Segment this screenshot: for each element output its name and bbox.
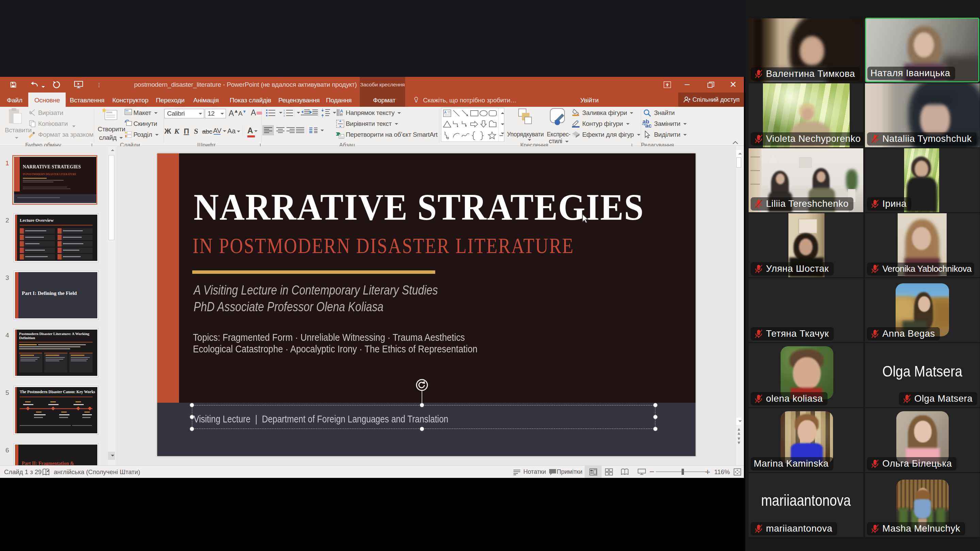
svg-text:A: A: [444, 110, 447, 114]
svg-text:А: А: [340, 108, 343, 114]
svg-text:3: 3: [283, 114, 285, 117]
svg-text:1: 1: [283, 109, 285, 111]
svg-text:2: 2: [283, 112, 285, 114]
